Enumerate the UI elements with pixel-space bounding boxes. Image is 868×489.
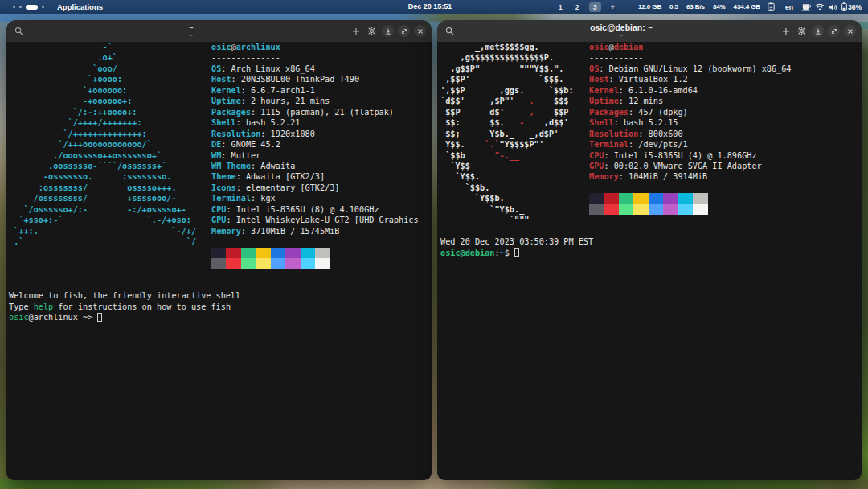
stat-disk: 434.4 GB — [734, 3, 760, 10]
palette-swatch — [619, 193, 633, 203]
palette-swatch — [633, 193, 648, 203]
palette-swatch — [285, 258, 300, 269]
palette-swatch — [589, 204, 604, 215]
workspace-dot — [13, 6, 15, 8]
workspace-dot — [42, 6, 44, 8]
fish-shell-output: Welcome to fish, the friendly interactiv… — [9, 269, 432, 323]
palette-swatch — [619, 204, 633, 215]
palette-swatch — [301, 248, 315, 258]
palette-swatch — [241, 258, 256, 269]
palette-swatch — [256, 258, 270, 269]
wallpaper-grass — [0, 479, 868, 489]
workspace-pill-active — [26, 5, 38, 10]
terminal-content-arch[interactable]: -` .o+` `ooo/ `+oooo: `+oooooo: -+oooooo… — [6, 42, 432, 480]
window-title: osic@debian: ~ — [590, 23, 653, 32]
palette-swatch — [663, 193, 678, 203]
stat-net: 63 B/s — [686, 3, 705, 10]
terminal-window-arch: ~ ~ — [6, 20, 432, 480]
stat-memory: 12.0 GB — [638, 3, 661, 10]
palette-swatch — [315, 248, 330, 258]
window-subtitle: ~ — [620, 32, 624, 39]
search-icon[interactable] — [14, 27, 23, 35]
palette-swatch — [226, 248, 240, 258]
window-subtitle: ~ — [189, 32, 193, 39]
window-title: ~ — [188, 23, 193, 32]
close-button[interactable] — [844, 25, 856, 37]
palette-swatch — [241, 248, 256, 258]
menu-gear-button[interactable] — [796, 25, 808, 37]
neofetch-debian-logo: _,met$$$$$gg. ,g$$$$$$$$$$$$$$$P. ,g$$P"… — [440, 42, 589, 226]
applications-menu[interactable]: Applications — [57, 2, 103, 11]
volume-icon[interactable] — [829, 3, 837, 11]
titlebar-debian[interactable]: osic@debian: ~ ~ — [437, 20, 862, 42]
palette-swatch — [693, 193, 707, 203]
neofetch-arch-info: osic@archlinux -------------- OS: Arch L… — [211, 42, 419, 269]
add-workspace-button[interactable]: + — [611, 3, 615, 11]
clock[interactable]: Dec 20 15:51 — [408, 0, 452, 14]
palette-swatch — [693, 204, 707, 215]
keyboard-layout[interactable]: en — [785, 3, 793, 11]
battery-percent: 36% — [848, 3, 862, 11]
palette-swatch — [211, 248, 226, 258]
palette-swatch — [271, 258, 285, 269]
titlebar-arch[interactable]: ~ ~ — [6, 20, 432, 42]
maximize-button[interactable] — [398, 25, 410, 37]
stat-load: 0.5 — [669, 3, 678, 10]
close-button[interactable] — [414, 25, 426, 37]
clipboard-icon[interactable] — [768, 2, 775, 11]
battery-icon[interactable] — [841, 2, 847, 11]
workspace-3-active[interactable]: 3 — [589, 2, 601, 12]
workspace-indicator[interactable] — [13, 5, 44, 10]
palette-swatch — [678, 193, 693, 203]
palette-swatch — [678, 204, 693, 215]
palette-swatch — [604, 204, 618, 215]
palette-swatch — [649, 193, 663, 203]
bash-shell-output: Wed 20 Dec 2023 03:50:39 PM EST osic@deb… — [440, 226, 862, 258]
terminal-cursor — [514, 248, 519, 257]
maximize-button[interactable] — [828, 25, 840, 37]
top-bar: Applications Dec 20 15:51 1 2 3 + 12.0 G… — [0, 0, 868, 14]
new-tab-button[interactable] — [780, 25, 792, 37]
desktop: Applications Dec 20 15:51 1 2 3 + 12.0 G… — [0, 0, 868, 489]
palette-swatch — [226, 258, 240, 269]
palette-swatch — [649, 204, 663, 215]
palette-swatch — [604, 193, 618, 203]
workspace-dot — [19, 6, 22, 8]
terminal-content-debian[interactable]: _,met$$$$$gg. ,g$$$$$$$$$$$$$$$P. ,g$$P"… — [437, 42, 862, 480]
terminal-cursor — [97, 313, 102, 322]
palette-swatch — [256, 248, 270, 258]
minimize-button[interactable] — [812, 25, 824, 37]
palette-swatch — [271, 248, 285, 258]
stat-cpu: 84% — [713, 3, 726, 10]
palette-swatch — [633, 204, 648, 215]
new-tab-button[interactable] — [350, 25, 362, 37]
palette-swatch — [301, 258, 315, 269]
neofetch-arch-logo: -` .o+` `ooo/ `+oooo: `+oooooo: -+oooooo… — [9, 42, 211, 248]
palette-swatch — [285, 248, 300, 258]
workspace-1[interactable]: 1 — [559, 3, 563, 11]
palette-swatch — [211, 258, 226, 269]
wallpaper-trees — [862, 29, 868, 479]
caffeine-icon[interactable] — [801, 3, 811, 11]
workspace-2[interactable]: 2 — [575, 3, 579, 11]
menu-gear-button[interactable] — [366, 25, 378, 37]
palette-swatch — [589, 193, 604, 203]
neofetch-debian-info: osic@debian ----------- OS: Debian GNU/L… — [589, 42, 791, 215]
system-tray: 1 2 3 + 12.0 GB 0.5 63 B/s 84% 434.4 GB … — [552, 2, 862, 12]
minimize-button[interactable] — [382, 25, 394, 37]
terminal-window-debian: osic@debian: ~ ~ — [437, 20, 862, 480]
search-icon[interactable] — [445, 27, 454, 35]
wifi-icon[interactable] — [815, 3, 825, 10]
palette-swatch — [663, 204, 678, 215]
palette-swatch — [315, 258, 330, 269]
